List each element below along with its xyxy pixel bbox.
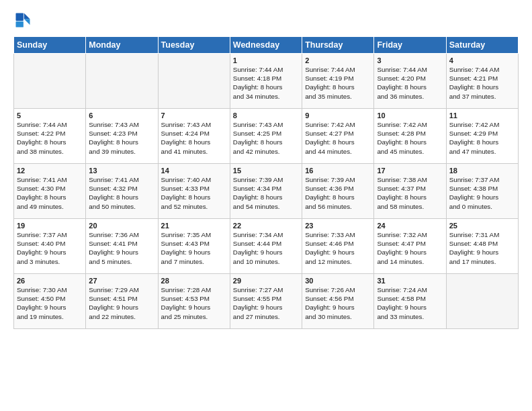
day-number: 20 [89, 222, 154, 230]
day-info: Sunrise: 7:44 AM Sunset: 4:19 PM Dayligh… [305, 65, 371, 101]
day-info: Sunrise: 7:39 AM Sunset: 4:36 PM Dayligh… [305, 175, 371, 211]
week-row-3: 19Sunrise: 7:37 AM Sunset: 4:40 PM Dayli… [14, 219, 519, 274]
day-cell: 9Sunrise: 7:42 AM Sunset: 4:27 PM Daylig… [302, 109, 374, 164]
day-cell: 13Sunrise: 7:41 AM Sunset: 4:32 PM Dayli… [86, 164, 158, 219]
day-info: Sunrise: 7:29 AM Sunset: 4:51 PM Dayligh… [89, 285, 154, 321]
day-number: 6 [89, 111, 154, 120]
header-row: SundayMondayTuesdayWednesdayThursdayFrid… [14, 37, 519, 54]
day-cell: 26Sunrise: 7:30 AM Sunset: 4:50 PM Dayli… [14, 274, 86, 329]
header-cell-monday: Monday [86, 37, 158, 54]
day-info: Sunrise: 7:33 AM Sunset: 4:46 PM Dayligh… [305, 230, 371, 266]
day-cell: 20Sunrise: 7:36 AM Sunset: 4:41 PM Dayli… [86, 219, 158, 274]
day-info: Sunrise: 7:26 AM Sunset: 4:56 PM Dayligh… [305, 285, 371, 321]
day-cell: 17Sunrise: 7:38 AM Sunset: 4:37 PM Dayli… [374, 164, 446, 219]
day-cell: 24Sunrise: 7:32 AM Sunset: 4:47 PM Dayli… [374, 219, 446, 274]
day-number: 27 [89, 277, 154, 285]
day-cell: 19Sunrise: 7:37 AM Sunset: 4:40 PM Dayli… [14, 219, 86, 274]
day-info: Sunrise: 7:44 AM Sunset: 4:20 PM Dayligh… [377, 65, 443, 101]
day-cell: 30Sunrise: 7:26 AM Sunset: 4:56 PM Dayli… [302, 274, 374, 329]
day-cell: 31Sunrise: 7:24 AM Sunset: 4:58 PM Dayli… [374, 274, 446, 329]
day-info: Sunrise: 7:42 AM Sunset: 4:29 PM Dayligh… [449, 120, 515, 156]
day-number: 17 [377, 167, 443, 175]
day-number: 5 [17, 111, 83, 120]
week-row-1: 5Sunrise: 7:44 AM Sunset: 4:22 PM Daylig… [14, 109, 519, 164]
day-info: Sunrise: 7:27 AM Sunset: 4:55 PM Dayligh… [233, 285, 299, 321]
header-cell-saturday: Saturday [446, 37, 518, 54]
day-info: Sunrise: 7:35 AM Sunset: 4:43 PM Dayligh… [161, 230, 227, 266]
day-number: 22 [233, 222, 299, 230]
day-cell: 11Sunrise: 7:42 AM Sunset: 4:29 PM Dayli… [446, 109, 518, 164]
day-info: Sunrise: 7:44 AM Sunset: 4:18 PM Dayligh… [233, 65, 299, 101]
logo-icon [13, 11, 32, 30]
calendar-header: SundayMondayTuesdayWednesdayThursdayFrid… [14, 37, 519, 54]
day-cell: 1Sunrise: 7:44 AM Sunset: 4:18 PM Daylig… [230, 54, 302, 109]
day-number: 10 [377, 111, 443, 120]
day-info: Sunrise: 7:24 AM Sunset: 4:58 PM Dayligh… [377, 285, 443, 321]
day-cell: 23Sunrise: 7:33 AM Sunset: 4:46 PM Dayli… [302, 219, 374, 274]
day-number: 12 [17, 167, 83, 175]
page: SundayMondayTuesdayWednesdayThursdayFrid… [0, 0, 532, 411]
day-number: 8 [233, 111, 299, 120]
day-number: 4 [449, 56, 515, 64]
day-cell: 28Sunrise: 7:28 AM Sunset: 4:53 PM Dayli… [158, 274, 230, 329]
day-cell: 29Sunrise: 7:27 AM Sunset: 4:55 PM Dayli… [230, 274, 302, 329]
day-info: Sunrise: 7:36 AM Sunset: 4:41 PM Dayligh… [89, 230, 154, 266]
day-number: 1 [233, 56, 299, 64]
day-cell: 27Sunrise: 7:29 AM Sunset: 4:51 PM Dayli… [86, 274, 158, 329]
day-cell: 12Sunrise: 7:41 AM Sunset: 4:30 PM Dayli… [14, 164, 86, 219]
day-number: 25 [449, 222, 515, 230]
day-cell: 7Sunrise: 7:43 AM Sunset: 4:24 PM Daylig… [158, 109, 230, 164]
day-info: Sunrise: 7:43 AM Sunset: 4:24 PM Dayligh… [161, 120, 227, 156]
svg-rect-3 [16, 21, 24, 28]
day-cell: 22Sunrise: 7:34 AM Sunset: 4:44 PM Dayli… [230, 219, 302, 274]
day-number: 23 [305, 222, 371, 230]
svg-rect-2 [16, 13, 24, 21]
day-info: Sunrise: 7:31 AM Sunset: 4:48 PM Dayligh… [449, 230, 515, 266]
day-number: 19 [17, 222, 83, 230]
day-number: 28 [161, 277, 227, 285]
day-info: Sunrise: 7:30 AM Sunset: 4:50 PM Dayligh… [17, 285, 83, 321]
day-info: Sunrise: 7:44 AM Sunset: 4:21 PM Dayligh… [449, 65, 515, 101]
day-number: 14 [161, 167, 227, 175]
day-cell: 14Sunrise: 7:40 AM Sunset: 4:33 PM Dayli… [158, 164, 230, 219]
day-cell: 15Sunrise: 7:39 AM Sunset: 4:34 PM Dayli… [230, 164, 302, 219]
day-info: Sunrise: 7:43 AM Sunset: 4:25 PM Dayligh… [233, 120, 299, 156]
day-number: 9 [305, 111, 371, 120]
logo [13, 11, 35, 30]
calendar-body: 1Sunrise: 7:44 AM Sunset: 4:18 PM Daylig… [14, 54, 519, 329]
day-info: Sunrise: 7:43 AM Sunset: 4:23 PM Dayligh… [89, 120, 154, 156]
day-info: Sunrise: 7:42 AM Sunset: 4:27 PM Dayligh… [305, 120, 371, 156]
day-cell: 18Sunrise: 7:37 AM Sunset: 4:38 PM Dayli… [446, 164, 518, 219]
day-info: Sunrise: 7:28 AM Sunset: 4:53 PM Dayligh… [161, 285, 227, 321]
day-cell [86, 54, 158, 109]
header-cell-sunday: Sunday [14, 37, 86, 54]
day-number: 31 [377, 277, 443, 285]
day-cell: 21Sunrise: 7:35 AM Sunset: 4:43 PM Dayli… [158, 219, 230, 274]
day-cell: 3Sunrise: 7:44 AM Sunset: 4:20 PM Daylig… [374, 54, 446, 109]
day-cell: 6Sunrise: 7:43 AM Sunset: 4:23 PM Daylig… [86, 109, 158, 164]
svg-marker-1 [24, 19, 30, 25]
day-number: 3 [377, 56, 443, 64]
week-row-2: 12Sunrise: 7:41 AM Sunset: 4:30 PM Dayli… [14, 164, 519, 219]
day-info: Sunrise: 7:42 AM Sunset: 4:28 PM Dayligh… [377, 120, 443, 156]
day-number: 11 [449, 111, 515, 120]
day-info: Sunrise: 7:39 AM Sunset: 4:34 PM Dayligh… [233, 175, 299, 211]
svg-marker-0 [24, 13, 30, 19]
day-number: 7 [161, 111, 227, 120]
day-cell: 5Sunrise: 7:44 AM Sunset: 4:22 PM Daylig… [14, 109, 86, 164]
header-cell-wednesday: Wednesday [230, 37, 302, 54]
day-info: Sunrise: 7:44 AM Sunset: 4:22 PM Dayligh… [17, 120, 83, 156]
day-info: Sunrise: 7:41 AM Sunset: 4:32 PM Dayligh… [89, 175, 154, 211]
day-number: 18 [449, 167, 515, 175]
day-number: 21 [161, 222, 227, 230]
header [13, 11, 519, 30]
header-cell-tuesday: Tuesday [158, 37, 230, 54]
day-cell: 10Sunrise: 7:42 AM Sunset: 4:28 PM Dayli… [374, 109, 446, 164]
day-cell [158, 54, 230, 109]
day-number: 13 [89, 167, 154, 175]
week-row-0: 1Sunrise: 7:44 AM Sunset: 4:18 PM Daylig… [14, 54, 519, 109]
calendar-table: SundayMondayTuesdayWednesdayThursdayFrid… [13, 36, 519, 329]
day-number: 30 [305, 277, 371, 285]
day-info: Sunrise: 7:38 AM Sunset: 4:37 PM Dayligh… [377, 175, 443, 211]
day-info: Sunrise: 7:37 AM Sunset: 4:38 PM Dayligh… [449, 175, 515, 211]
